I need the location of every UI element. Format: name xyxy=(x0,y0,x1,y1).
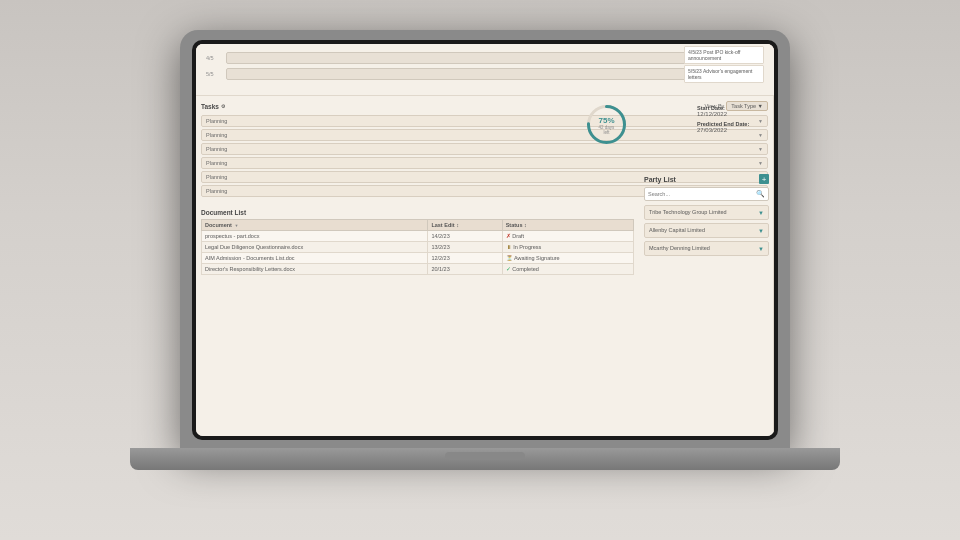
tasks-header: Tasks ⚙ View By Task Type ▼ xyxy=(201,101,768,111)
task-row-label: Planning xyxy=(206,132,227,138)
laptop-base xyxy=(130,448,840,470)
party-items: Tribe Technology Group Limited ▼ Allenby… xyxy=(644,205,769,256)
party-name-1: Tribe Technology Group Limited xyxy=(649,209,755,216)
task-row-label: Planning xyxy=(206,118,227,124)
top-item-label-2: 5/5 xyxy=(206,71,226,77)
search-icon: 🔍 xyxy=(756,190,765,198)
screen-content: 4/5 + 5/5 + 4/5/23 xyxy=(196,44,774,436)
table-row[interactable]: AIM Admission - Documents List.doc 12/2/… xyxy=(202,253,634,264)
party-name-2: Allenby Capital Limited xyxy=(649,227,755,234)
doc-edit-1: 14/2/23 xyxy=(428,231,502,242)
cal-item-2: 5/5/23 Advisor's engagement letters xyxy=(684,65,764,83)
tasks-title: Tasks xyxy=(201,103,219,110)
doc-edit-3: 12/2/23 xyxy=(428,253,502,264)
party-list-section: Party List + 🔍 Tribe Technology Group Li… xyxy=(644,174,769,431)
top-item-2: 5/5 + xyxy=(206,68,764,80)
predicted-end-value: 27/03/2022 xyxy=(697,127,766,133)
top-item-1: 4/5 + xyxy=(206,52,764,64)
document-table: Document ▼ Last Edit ↕ Status ↕ xyxy=(201,219,634,275)
calendar-items: 4/5/23 Post IPO kick-off announcement 5/… xyxy=(684,46,764,84)
task-row[interactable]: Planning ▼ xyxy=(201,143,768,155)
top-area-items: 4/5 + 5/5 + xyxy=(206,52,764,84)
chevron-down-icon: ▼ xyxy=(758,160,763,166)
chevron-down-icon: ▼ xyxy=(758,146,763,152)
party-item-3[interactable]: Mcarthy Denning Limited ▼ xyxy=(644,241,769,256)
progress-days: 42 days left xyxy=(595,124,618,134)
doc-edit-4: 20/1/23 xyxy=(428,264,502,275)
party-chevron-icon-1: ▼ xyxy=(758,210,764,216)
doc-name-3: AIM Admission - Documents List.doc xyxy=(202,253,428,264)
laptop-screen: 4/5 + 5/5 + 4/5/23 xyxy=(196,44,774,436)
doc-status-2: ⏸ In Progress xyxy=(502,242,633,253)
doc-name-2: Legal Due Diligence Questionnaire.docx xyxy=(202,242,428,253)
dates-info: Start Date: 12/12/2022 Predicted End Dat… xyxy=(694,102,769,140)
progress-percent: 75% xyxy=(595,115,618,124)
doc-status-4: ✓ Completed xyxy=(502,264,633,275)
status-icon-signature: ⏳ xyxy=(506,255,514,261)
party-header: Party List + xyxy=(644,174,769,184)
doc-edit-2: 13/2/23 xyxy=(428,242,502,253)
progress-circle: 75% 42 days left xyxy=(584,102,629,147)
party-item-2[interactable]: Allenby Capital Limited ▼ xyxy=(644,223,769,238)
table-row[interactable]: Director's Responsibility Letters.docx 2… xyxy=(202,264,634,275)
top-item-label-1: 4/5 xyxy=(206,55,226,61)
task-row[interactable]: Planning ▼ xyxy=(201,129,768,141)
party-name-3: Mcarthy Denning Limited xyxy=(649,245,755,252)
doc-status-1: ✗ Draft xyxy=(502,231,633,242)
doc-name-1: prospectus - part.docx xyxy=(202,231,428,242)
sort-icon-document[interactable]: ▼ xyxy=(234,223,238,228)
screen-bezel: 4/5 + 5/5 + 4/5/23 xyxy=(192,40,778,440)
laptop-shell: 4/5 + 5/5 + 4/5/23 xyxy=(180,30,790,450)
circle-text: 75% 42 days left xyxy=(595,115,618,134)
top-area: 4/5 + 5/5 + 4/5/23 xyxy=(196,44,774,96)
document-list-section: Document List Document ▼ Last Edit ↕ xyxy=(201,209,634,431)
col-document: Document ▼ xyxy=(202,220,428,231)
document-list-title: Document List xyxy=(201,209,634,216)
progress-area: 75% 42 days left xyxy=(579,102,634,147)
task-row-label: Planning xyxy=(206,146,227,152)
party-add-button[interactable]: + xyxy=(759,174,769,184)
doc-name-4: Director's Responsibility Letters.docx xyxy=(202,264,428,275)
party-list-title: Party List xyxy=(644,176,676,183)
table-row[interactable]: prospectus - part.docx 14/2/23 ✗ Draft xyxy=(202,231,634,242)
party-chevron-icon-3: ▼ xyxy=(758,246,764,252)
party-item-1[interactable]: Tribe Technology Group Limited ▼ xyxy=(644,205,769,220)
top-item-bar-2 xyxy=(226,68,752,80)
party-chevron-icon-2: ▼ xyxy=(758,228,764,234)
col-status: Status ↕ xyxy=(502,220,633,231)
task-row-label: Planning xyxy=(206,160,227,166)
task-row-label: Planning xyxy=(206,174,227,180)
table-header-row: Document ▼ Last Edit ↕ Status ↕ xyxy=(202,220,634,231)
doc-status-3: ⏳ Awaiting Signature xyxy=(502,253,633,264)
task-row[interactable]: Planning ▼ xyxy=(201,157,768,169)
table-row[interactable]: Legal Due Diligence Questionnaire.docx 1… xyxy=(202,242,634,253)
task-row[interactable]: Planning ▼ xyxy=(201,115,768,127)
tasks-icon: ⚙ xyxy=(221,103,225,109)
cal-item-1: 4/5/23 Post IPO kick-off announcement xyxy=(684,46,764,64)
party-search-input[interactable] xyxy=(648,191,756,197)
col-last-edit: Last Edit ↕ xyxy=(428,220,502,231)
task-row-label: Planning xyxy=(206,188,227,194)
party-search-container: 🔍 xyxy=(644,187,769,201)
top-item-bar-1 xyxy=(226,52,752,64)
start-date-value: 12/12/2022 xyxy=(697,111,766,117)
